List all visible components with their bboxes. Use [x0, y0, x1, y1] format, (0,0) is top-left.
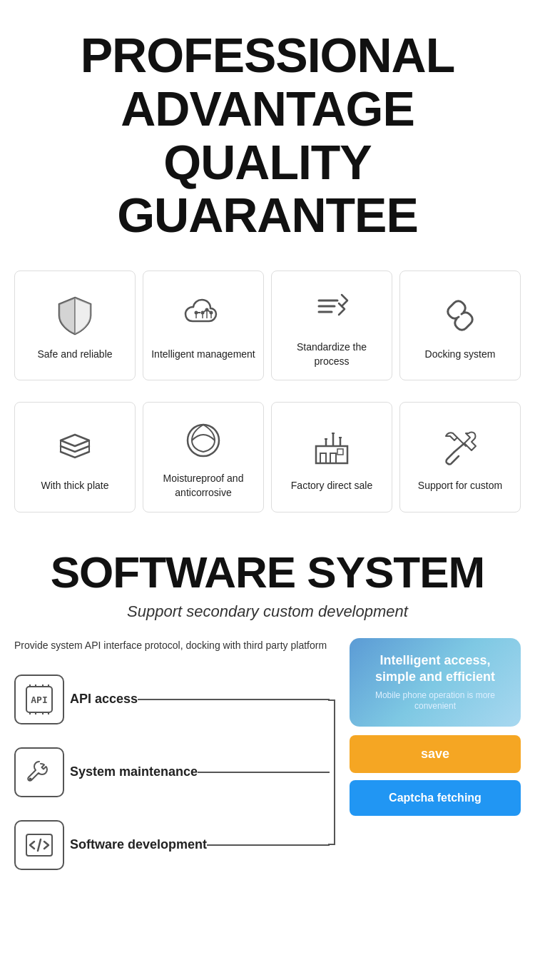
software-item-maintenance: System maintenance — [14, 747, 335, 797]
phone-mockup: Intelligent access, simple and efficient… — [350, 638, 521, 727]
software-description: Provide system API interface protocol, d… — [14, 638, 335, 653]
maintenance-connector: System maintenance — [64, 764, 335, 780]
features-row2: With thick plate Moistureproof and antic… — [0, 395, 535, 519]
api-horiz-line — [138, 699, 330, 700]
svg-rect-19 — [330, 453, 336, 463]
svg-point-4 — [201, 311, 205, 315]
dev-horiz-line — [207, 844, 330, 846]
svg-line-41 — [38, 839, 41, 851]
main-title: PROFESSIONAL ADVANTAGE QUALITY GUARANTEE — [14, 29, 521, 242]
feature-docking-label: Docking system — [425, 348, 496, 362]
api-icon-box: API — [14, 675, 64, 724]
layers-icon — [52, 424, 98, 470]
feature-safe-reliable-label: Safe and reliable — [37, 348, 112, 362]
svg-point-3 — [195, 311, 198, 315]
feature-standardize-label: Standardize the process — [279, 340, 384, 368]
feature-thick-plate-label: With thick plate — [41, 479, 109, 493]
software-right-panel: Intelligent access, simple and efficient… — [350, 638, 521, 816]
title-line1: PROFESSIONAL — [81, 28, 455, 82]
dev-icon-box — [14, 820, 64, 870]
software-subtitle: Support secondary custom development — [14, 602, 521, 621]
feature-moistureproof: Moistureproof and anticorrosive — [143, 402, 264, 512]
software-section: SOFTWARE SYSTEM Support secondary custom… — [0, 527, 535, 884]
svg-rect-20 — [337, 449, 343, 455]
svg-rect-18 — [320, 453, 326, 463]
feature-intelligent-label: Intelligent management — [151, 348, 255, 362]
bracket-top-cap — [328, 699, 335, 701]
software-title: SOFTWARE SYSTEM — [14, 548, 521, 597]
title-line3: QUALITY GUARANTEE — [117, 135, 418, 243]
maintenance-icon-box — [14, 747, 64, 797]
svg-point-6 — [210, 311, 213, 315]
bracket-vertical-line — [334, 699, 335, 845]
feature-support-custom: Support for custom — [399, 402, 521, 512]
feature-standardize: Standardize the process — [271, 271, 392, 380]
feature-moistureproof-label: Moistureproof and anticorrosive — [151, 472, 256, 500]
dev-label: Software development — [70, 837, 207, 853]
tools-icon — [437, 424, 484, 470]
software-items-container: API API access — [14, 675, 335, 870]
link-icon — [437, 293, 484, 339]
feature-support-custom-label: Support for custom — [418, 479, 502, 493]
api-icon: API — [24, 685, 54, 714]
code-icon — [24, 830, 54, 860]
captcha-button[interactable]: Captcha fetching — [350, 780, 521, 816]
bracket-bottom-cap — [328, 844, 335, 845]
dev-connector: Software development — [64, 837, 335, 853]
feature-docking: Docking system — [399, 271, 521, 380]
arrow-list-icon — [309, 286, 355, 332]
phone-main-text: Intelligent access, simple and efficient — [361, 652, 509, 686]
maintenance-label: System maintenance — [70, 764, 198, 780]
feature-factory-label: Factory direct sale — [291, 479, 372, 493]
maintenance-horiz-line — [198, 772, 330, 773]
cloud-icon — [180, 293, 227, 339]
api-label: API access — [70, 691, 138, 707]
software-item-api: API API access — [14, 675, 335, 724]
svg-point-5 — [205, 308, 209, 312]
svg-text:API: API — [31, 694, 47, 705]
svg-line-27 — [454, 443, 464, 452]
feature-thick-plate: With thick plate — [14, 402, 136, 512]
leaf-icon — [180, 417, 227, 463]
software-left: Provide system API interface protocol, d… — [14, 638, 335, 870]
feature-factory: Factory direct sale — [271, 402, 392, 512]
wrench-icon — [24, 757, 54, 787]
shield-icon — [52, 293, 98, 339]
features-row1: Safe and reliable Intelligent management — [0, 263, 535, 388]
feature-intelligent: Intelligent management — [143, 271, 264, 380]
software-body: Provide system API interface protocol, d… — [14, 638, 521, 870]
phone-sub-text: Mobile phone operation is more convenien… — [361, 690, 509, 712]
svg-point-39 — [29, 777, 32, 780]
api-connector: API access — [64, 691, 335, 707]
save-button[interactable]: save — [350, 735, 521, 773]
feature-safe-reliable: Safe and reliable — [14, 271, 136, 380]
factory-icon — [309, 424, 355, 470]
title-line2: ADVANTAGE — [121, 81, 414, 136]
page-header: PROFESSIONAL ADVANTAGE QUALITY GUARANTEE — [0, 0, 535, 263]
software-item-dev: Software development — [14, 820, 335, 870]
